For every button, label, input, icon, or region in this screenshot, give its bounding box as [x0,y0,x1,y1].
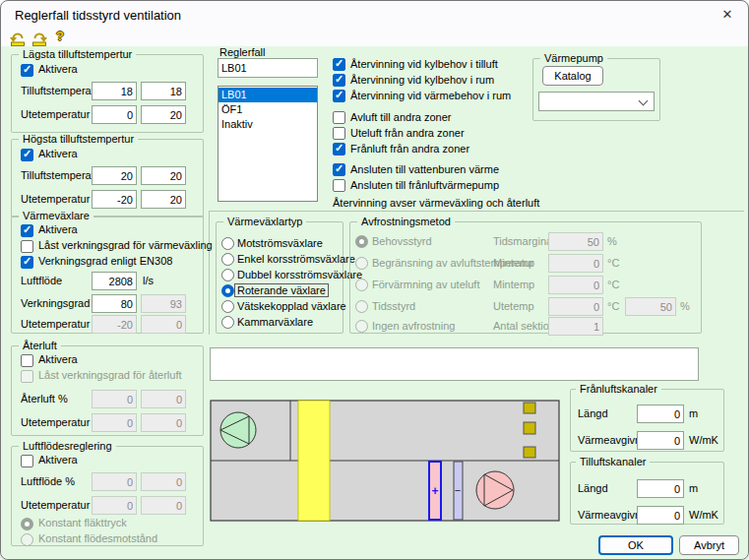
radio-label: Motströmsväxlare [237,237,323,249]
row-label: Utetemperatur [21,318,90,330]
radio-enkel-korsstromsvaxlare[interactable] [221,253,234,266]
en308-checkbox[interactable] [21,256,33,269]
aktivera-checkbox[interactable] [21,455,33,467]
franluft-andra-zoner-checkbox[interactable] [333,143,345,156]
group-title: Avfrostningsmetod [357,216,455,227]
export-data-icon[interactable] [31,31,48,46]
row-label: Utetemperatur [21,416,90,428]
message-textarea[interactable] [210,347,699,381]
reglerfall-input[interactable] [218,58,318,78]
utetemperatur-field-2[interactable] [141,190,186,209]
param-label: Utetemp [493,300,534,312]
varmeavgivning-field[interactable] [637,506,684,525]
radio-label: Kammarväxlare [237,316,313,328]
radio-roterande-vaxlare[interactable] [221,284,234,297]
damper [524,422,535,434]
radio-dubbel-korsstromsvaxlare[interactable] [221,269,234,281]
langd-field[interactable] [637,479,684,498]
tilluftstemperatur-field-1[interactable] [92,166,137,185]
luftflode-field[interactable] [92,272,137,290]
param-label: Tidsmarginal [493,235,555,247]
tidsmarginal-field [548,232,603,251]
reglerfall-list[interactable]: LB01 ÖF1 Inaktiv [218,86,318,202]
group-title: Tilluftskanaler [576,456,650,467]
utetemperatur-field-2 [141,413,186,432]
aktivera-label: Aktivera [38,454,78,466]
radio-label: Konstant flödesmotstånd [38,532,157,544]
import-data-icon[interactable] [9,31,27,46]
group-title: Värmeväxlare [19,210,94,221]
group-title: Återluft [19,340,61,351]
group-title: Högsta tilluftstempertur [19,133,138,145]
luftflode-unit: l/s [143,275,154,286]
tilluftstemperatur-field-1[interactable] [92,82,137,100]
franluftvarmepump-checkbox[interactable] [333,179,345,192]
aktivera-checkbox[interactable] [21,354,33,367]
uteluft-andra-zoner-checkbox[interactable] [333,127,345,140]
unit-label: W/mK [689,509,718,521]
radio-label: Konstant fläkttryck [38,517,127,529]
checkbox-label: Låst verkningsgrad för värmeväxling [38,239,213,251]
utetemperatur-field-1[interactable] [92,190,137,209]
atervinning-varmebehov-rum-checkbox[interactable] [333,90,345,102]
utetemperatur-field-1[interactable] [92,105,137,124]
utetemperatur-field-2 [141,315,186,334]
last-verkningsgrad-checkbox[interactable] [21,240,33,253]
langd-field[interactable] [637,404,684,423]
aktivera-checkbox[interactable] [21,224,33,237]
aterluft-field-2 [141,390,186,408]
unit-label: m [689,407,698,419]
help-icon[interactable]: ? [56,29,64,43]
damper [524,447,535,458]
param-label: Mintemp [493,257,534,269]
luftflode-label: Luftflöde [21,275,62,286]
chevron-down-icon [639,96,649,106]
aktivera-label: Aktivera [38,148,78,159]
atervinning-kylbehov-tilluft-checkbox[interactable] [333,58,345,71]
aktivera-checkbox[interactable] [21,64,33,77]
dialog-reglerfall: Reglerfall tidsstyrd ventilation ✕ ? Läg… [0,0,749,560]
dialog-title: Reglerfall tidsstyrd ventilation [15,8,181,23]
unit-label: % [680,300,690,312]
utetemperatur-field-1 [92,413,137,432]
avluft-andra-zoner-checkbox[interactable] [333,111,345,124]
checkbox-label: Återvinning vid värmebehov i rum [350,90,511,101]
radio-motstromsvaxlare[interactable] [221,237,234,250]
radio-label: Förvärmning av uteluft [372,279,479,290]
close-icon[interactable]: ✕ [717,5,738,25]
utetemperatur-field-1 [92,496,137,515]
checkbox-label: Ansluten till vattenburen värme [350,163,499,175]
varmepump-dropdown[interactable] [538,92,655,111]
radio-vatskekopplad-vaxlare[interactable] [221,300,234,313]
aktivera-checkbox[interactable] [21,149,33,161]
cancel-button[interactable]: Avbryt [679,535,739,555]
group-title: Värmepump [540,52,607,64]
verkningsgrad-field-1[interactable] [92,294,137,313]
minus-symbol: − [455,484,461,496]
checkbox-label: Frånluft från andra zoner [350,143,469,155]
row-label: Luftflöde % [21,475,75,487]
list-item[interactable]: Inaktiv [218,117,317,132]
damper [524,403,535,413]
utetemperatur-field-2[interactable] [141,105,186,124]
unit-label: m [689,482,698,494]
ok-button[interactable]: OK [598,535,673,555]
group-title: Frånluftskanaler [576,383,661,395]
katalog-button[interactable]: Katalog [542,66,603,86]
checkbox-label: Ansluten till frånluftvärmepump [350,179,499,191]
radio-kammarvaxlare[interactable] [221,316,234,329]
radio-konstant-flakttryck [21,518,33,530]
radio-behovsstyrd [355,235,368,248]
list-item[interactable]: ÖF1 [218,102,317,117]
vattenburen-varme-checkbox[interactable] [333,163,345,176]
row-label: Utetemperatur [21,108,90,120]
luftflode-field-1 [92,472,137,491]
list-item[interactable]: LB01 [218,88,317,102]
tilluftstemperatur-field-2[interactable] [141,166,186,185]
row-label: Utetemperatur [21,193,90,205]
radio-konstant-flodesmotstand [21,533,33,546]
varmeavgivning-field[interactable] [637,431,684,450]
atervinning-kylbehov-rum-checkbox[interactable] [333,74,345,87]
tilluftstemperatur-field-2[interactable] [141,82,186,100]
radio-forvarmning-uteluft [355,279,368,291]
